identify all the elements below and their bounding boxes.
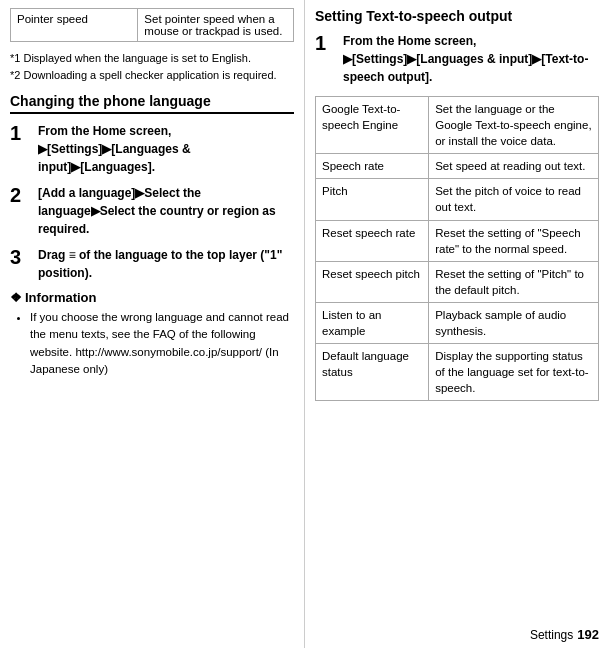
step-2: 2 [Add a language]▶Select the language▶S…: [10, 184, 294, 238]
left-section-title: Changing the phone language: [10, 93, 294, 114]
tts-desc-1: Set speed at reading out text.: [429, 154, 599, 179]
step-2-text: [Add a language]▶Select the language▶Sel…: [38, 184, 294, 238]
step-3-text: Drag ≡ of the language to the top layer …: [38, 246, 294, 282]
footnote-2: *2 Downloading a spell checker applicati…: [10, 67, 294, 84]
tts-row-6: Default language statusDisplay the suppo…: [316, 344, 599, 401]
step-1: 1 From the Home screen, ▶[Settings]▶[Lan…: [10, 122, 294, 176]
info-bullet-1: If you choose the wrong language and can…: [30, 309, 294, 378]
pointer-speed-label: Pointer speed: [11, 9, 138, 42]
tts-row-2: PitchSet the pitch of voice to read out …: [316, 179, 599, 220]
info-title: Information: [10, 290, 294, 305]
step-1-text: From the Home screen, ▶[Settings]▶[Langu…: [38, 122, 294, 176]
pointer-speed-table: Pointer speed Set pointer speed when a m…: [10, 8, 294, 42]
tts-row-1: Speech rateSet speed at reading out text…: [316, 154, 599, 179]
step-2-num: 2: [10, 184, 32, 206]
tts-desc-5: Playback sample of audio synthesis.: [429, 302, 599, 343]
tts-desc-4: Reset the setting of "Pitch" to the defa…: [429, 261, 599, 302]
tts-row-3: Reset speech rateReset the setting of "S…: [316, 220, 599, 261]
step-3: 3 Drag ≡ of the language to the top laye…: [10, 246, 294, 282]
tts-desc-3: Reset the setting of "Speech rate" to th…: [429, 220, 599, 261]
tts-label-0: Google Text-to-speech Engine: [316, 97, 429, 154]
footer-page: 192: [577, 627, 599, 642]
tts-row-0: Google Text-to-speech EngineSet the lang…: [316, 97, 599, 154]
tts-row-5: Listen to an examplePlayback sample of a…: [316, 302, 599, 343]
tts-label-1: Speech rate: [316, 154, 429, 179]
right-step-1-num: 1: [315, 32, 337, 54]
info-block: Information If you choose the wrong lang…: [10, 290, 294, 378]
footnotes: *1 Displayed when the language is set to…: [10, 50, 294, 83]
pointer-speed-desc: Set pointer speed when a mouse or trackp…: [138, 9, 294, 42]
tts-label-3: Reset speech rate: [316, 220, 429, 261]
tts-label-6: Default language status: [316, 344, 429, 401]
page-footer: Settings 192: [530, 627, 599, 642]
footer-label: Settings: [530, 628, 573, 642]
tts-desc-6: Display the supporting status of the lan…: [429, 344, 599, 401]
right-column: Setting Text-to-speech output 1 From the…: [305, 0, 609, 648]
info-text: If you choose the wrong language and can…: [10, 309, 294, 378]
step-3-num: 3: [10, 246, 32, 268]
tts-table: Google Text-to-speech EngineSet the lang…: [315, 96, 599, 401]
footnote-1: *1 Displayed when the language is set to…: [10, 50, 294, 67]
right-step-1-text: From the Home screen, ▶[Settings]▶[Langu…: [343, 32, 599, 86]
step-1-num: 1: [10, 122, 32, 144]
tts-label-2: Pitch: [316, 179, 429, 220]
left-column: Pointer speed Set pointer speed when a m…: [0, 0, 305, 648]
tts-label-5: Listen to an example: [316, 302, 429, 343]
right-step-1: 1 From the Home screen, ▶[Settings]▶[Lan…: [315, 32, 599, 86]
tts-desc-0: Set the language or the Google Text-to-s…: [429, 97, 599, 154]
tts-desc-2: Set the pitch of voice to read out text.: [429, 179, 599, 220]
right-section-title: Setting Text-to-speech output: [315, 8, 599, 24]
tts-row-4: Reset speech pitchReset the setting of "…: [316, 261, 599, 302]
tts-label-4: Reset speech pitch: [316, 261, 429, 302]
